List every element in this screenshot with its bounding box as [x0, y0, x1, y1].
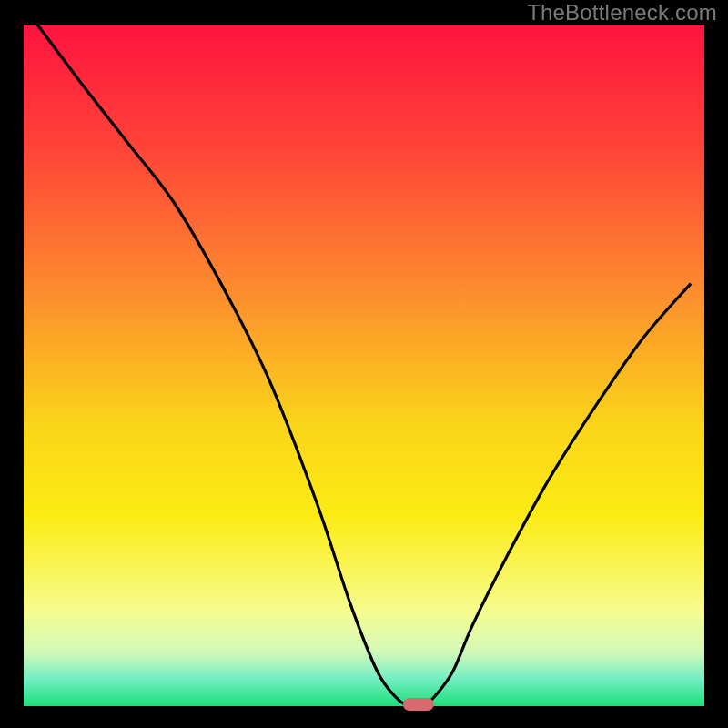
- plot-background: [24, 25, 704, 706]
- min-marker: [403, 698, 434, 711]
- watermark-text: TheBottleneck.com: [527, 0, 717, 25]
- chart-frame: TheBottleneck.com: [0, 0, 728, 728]
- bottleneck-plot: [0, 0, 728, 728]
